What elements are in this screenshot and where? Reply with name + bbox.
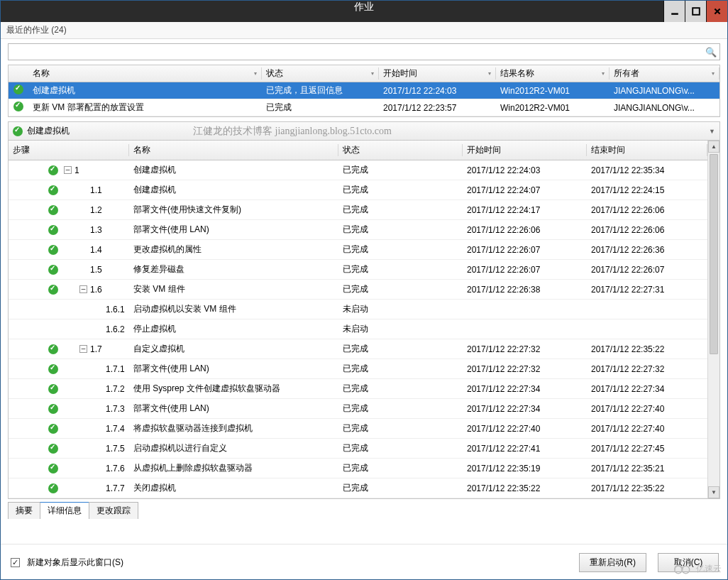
expander-icon[interactable]: − bbox=[64, 166, 72, 174]
step-row[interactable]: 1.1创建虚拟机已完成2017/1/12 22:24:072017/1/12 2… bbox=[9, 180, 707, 200]
step-name: 自定义虚拟机 bbox=[129, 343, 338, 355]
step-start: 2017/1/12 22:27:41 bbox=[463, 444, 587, 454]
step-number: 1.6 bbox=[90, 285, 102, 295]
chevron-down-icon[interactable]: ▼ bbox=[709, 128, 715, 135]
success-icon bbox=[48, 444, 58, 454]
step-row[interactable]: −1.6安装 VM 组件已完成2017/1/12 22:26:382017/1/… bbox=[9, 280, 707, 300]
step-name: 创建虚拟机 bbox=[129, 184, 338, 196]
scroll-track[interactable] bbox=[708, 153, 719, 486]
col-start[interactable]: 开始时间▾ bbox=[379, 67, 496, 80]
success-icon bbox=[48, 464, 58, 474]
show-after-create-checkbox[interactable]: ✓ bbox=[11, 558, 20, 567]
step-end: 2017/1/12 22:27:32 bbox=[587, 364, 707, 374]
step-status: 未启动 bbox=[338, 303, 463, 315]
step-number: 1.7 bbox=[90, 344, 102, 354]
step-start: 2017/1/12 22:26:07 bbox=[463, 265, 587, 275]
step-number: 1.7.5 bbox=[106, 444, 125, 454]
step-start: 2017/1/12 22:27:32 bbox=[463, 364, 587, 374]
success-icon bbox=[13, 126, 23, 136]
step-row[interactable]: 1.7.2使用 Sysprep 文件创建虚拟软盘驱动器已完成2017/1/12 … bbox=[9, 379, 707, 399]
vertical-scrollbar[interactable]: ▲ ▼ bbox=[707, 141, 719, 498]
success-icon bbox=[48, 285, 58, 295]
col-step-end[interactable]: 结束时间 bbox=[587, 144, 707, 156]
job-start: 2017/1/12 22:24:03 bbox=[379, 86, 496, 96]
show-after-create-label: 新建对象后显示此窗口(S) bbox=[27, 557, 123, 569]
step-row[interactable]: 1.7.4将虚拟软盘驱动器连接到虚拟机已完成2017/1/12 22:27:40… bbox=[9, 419, 707, 439]
restart-button[interactable]: 重新启动(R) bbox=[579, 553, 646, 572]
step-row[interactable]: 1.7.1部署文件(使用 LAN)已完成2017/1/12 22:27:3220… bbox=[9, 359, 707, 379]
step-end: 2017/1/12 22:27:34 bbox=[587, 384, 707, 394]
jobs-window: 作业 最近的作业 (24) 🔍 名称▾ 状态▾ 开始时间▾ 结果名称▾ 所有者▾… bbox=[0, 0, 728, 580]
step-end: 2017/1/12 22:35:21 bbox=[587, 464, 707, 474]
step-row[interactable]: −1.7自定义虚拟机已完成2017/1/12 22:27:322017/1/12… bbox=[9, 339, 707, 359]
recent-jobs-label: 最近的作业 (24) bbox=[6, 24, 67, 36]
search-bar[interactable]: 🔍 bbox=[8, 43, 720, 60]
success-icon bbox=[48, 364, 58, 374]
step-row[interactable]: 1.7.5启动虚拟机以进行自定义已完成2017/1/12 22:27:41201… bbox=[9, 439, 707, 459]
step-start: 2017/1/12 22:27:40 bbox=[463, 424, 587, 434]
step-status: 已完成 bbox=[338, 462, 463, 474]
step-row[interactable]: 1.6.2停止虚拟机未启动 bbox=[9, 319, 707, 339]
step-row[interactable]: 1.7.6从虚拟机上删除虚拟软盘驱动器已完成2017/1/12 22:35:19… bbox=[9, 459, 707, 478]
step-number: 1.6.1 bbox=[106, 305, 125, 314]
success-icon bbox=[48, 483, 58, 493]
tab-summary[interactable]: 摘要 bbox=[8, 502, 40, 519]
col-result[interactable]: 结果名称▾ bbox=[496, 67, 610, 80]
step-end: 2017/1/12 22:27:31 bbox=[587, 285, 707, 295]
step-name: 启动虚拟机以安装 VM 组件 bbox=[129, 303, 338, 315]
svg-point-2 bbox=[675, 566, 683, 574]
success-icon bbox=[48, 265, 58, 275]
step-start: 2017/1/12 22:24:17 bbox=[463, 205, 587, 215]
step-status: 已完成 bbox=[338, 363, 463, 375]
success-icon bbox=[48, 424, 58, 434]
expander-icon[interactable]: − bbox=[79, 345, 87, 353]
step-number: 1.7.2 bbox=[106, 384, 125, 394]
success-icon bbox=[13, 84, 23, 94]
scroll-down-button[interactable]: ▼ bbox=[708, 486, 719, 498]
step-row[interactable]: 1.5修复差异磁盘已完成2017/1/12 22:26:072017/1/12 … bbox=[9, 260, 707, 280]
col-owner[interactable]: 所有者▾ bbox=[610, 67, 719, 80]
detail-header[interactable]: 创建虚拟机 江健龙的技术博客 jiangjianlong.blog.51cto.… bbox=[8, 121, 720, 140]
footer: ✓ 新建对象后显示此窗口(S) 重新启动(R) 取消(C) bbox=[1, 544, 727, 579]
step-end: 2017/1/12 22:35:22 bbox=[587, 344, 707, 354]
step-row[interactable]: 1.6.1启动虚拟机以安装 VM 组件未启动 bbox=[9, 300, 707, 319]
step-end: 2017/1/12 22:27:40 bbox=[587, 404, 707, 414]
step-start: 2017/1/12 22:24:03 bbox=[463, 165, 587, 175]
step-row[interactable]: 1.2部署文件(使用快速文件复制)已完成2017/1/12 22:24:1720… bbox=[9, 200, 707, 220]
expander-icon[interactable]: − bbox=[79, 285, 87, 293]
titlebar[interactable]: 作业 bbox=[1, 1, 727, 22]
success-icon bbox=[48, 185, 58, 195]
tab-changes[interactable]: 更改跟踪 bbox=[89, 502, 138, 519]
col-step[interactable]: 步骤 bbox=[9, 144, 129, 156]
jobs-row[interactable]: 创建虚拟机已完成，且返回信息2017/1/12 22:24:03Win2012R… bbox=[9, 82, 719, 99]
detail-title: 创建虚拟机 bbox=[27, 125, 70, 137]
step-start: 2017/1/12 22:24:07 bbox=[463, 185, 587, 195]
col-status[interactable]: 状态▾ bbox=[262, 67, 379, 80]
search-icon[interactable]: 🔍 bbox=[705, 47, 717, 58]
scroll-up-button[interactable]: ▲ bbox=[708, 141, 719, 153]
step-status: 已完成 bbox=[338, 244, 463, 256]
step-row[interactable]: 1.7.7关闭虚拟机已完成2017/1/12 22:35:222017/1/12… bbox=[9, 478, 707, 498]
jobs-row[interactable]: 更新 VM 部署配置的放置设置已完成2017/1/12 22:23:57Win2… bbox=[9, 99, 719, 116]
col-step-start[interactable]: 开始时间 bbox=[463, 144, 587, 156]
step-start: 2017/1/12 22:35:22 bbox=[463, 483, 587, 493]
col-name[interactable]: 名称▾ bbox=[28, 67, 262, 80]
col-step-status[interactable]: 状态 bbox=[338, 144, 463, 156]
step-end: 2017/1/12 22:24:15 bbox=[587, 185, 707, 195]
step-name: 关闭虚拟机 bbox=[129, 482, 338, 494]
step-row[interactable]: −1创建虚拟机已完成2017/1/12 22:24:032017/1/12 22… bbox=[9, 160, 707, 180]
step-number: 1.7.3 bbox=[106, 404, 125, 414]
step-row[interactable]: 1.7.3部署文件(使用 LAN)已完成2017/1/12 22:27:3420… bbox=[9, 399, 707, 419]
step-name: 创建虚拟机 bbox=[129, 164, 338, 176]
search-input[interactable] bbox=[11, 45, 705, 59]
step-status: 已完成 bbox=[338, 204, 463, 216]
job-name: 更新 VM 部署配置的放置设置 bbox=[28, 102, 262, 114]
jobs-grid-header: 名称▾ 状态▾ 开始时间▾ 结果名称▾ 所有者▾ bbox=[9, 65, 719, 82]
tab-details[interactable]: 详细信息 bbox=[40, 502, 89, 519]
step-row[interactable]: 1.4更改虚拟机的属性已完成2017/1/12 22:26:072017/1/1… bbox=[9, 240, 707, 260]
success-icon bbox=[48, 165, 58, 175]
col-step-name[interactable]: 名称 bbox=[129, 144, 338, 156]
steps-grid-header: 步骤 名称 状态 开始时间 结束时间 bbox=[9, 141, 707, 160]
step-row[interactable]: 1.3部署文件(使用 LAN)已完成2017/1/12 22:26:062017… bbox=[9, 220, 707, 240]
scroll-thumb[interactable] bbox=[710, 154, 718, 354]
